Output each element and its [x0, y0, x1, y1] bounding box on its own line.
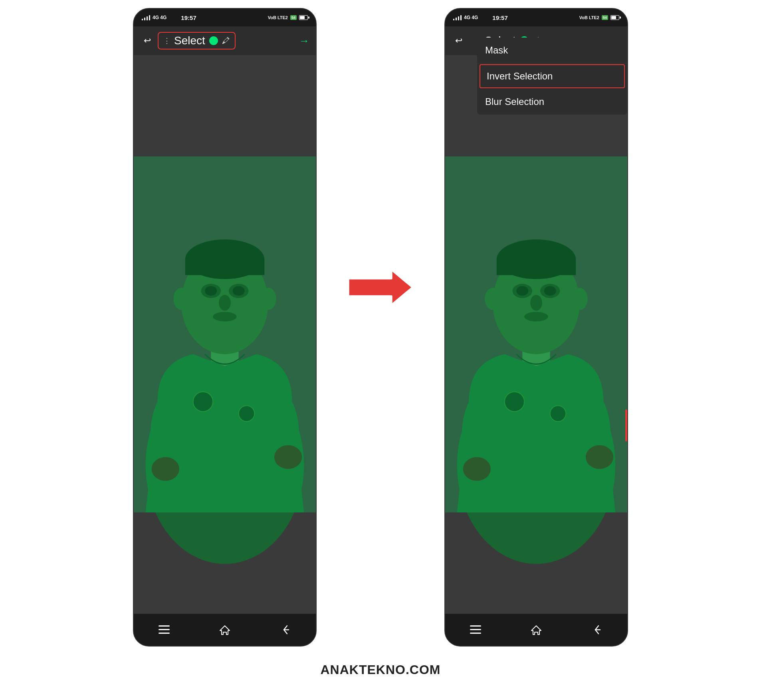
blur-selection-label: Blur Selection: [485, 96, 544, 107]
left-menu-icon: [159, 625, 170, 634]
svg-point-41: [586, 445, 613, 469]
right-arrow: [345, 263, 416, 311]
svg-rect-44: [470, 629, 481, 630]
battery-icon: [299, 15, 308, 20]
signal-bar-2: [144, 18, 145, 20]
left-select-area[interactable]: ⋮ Select 🖍: [158, 32, 236, 49]
right-signal-bar-3: [458, 16, 459, 20]
right-signal-bars: [453, 15, 462, 20]
left-time: 19:57: [181, 14, 196, 21]
svg-rect-20: [159, 629, 170, 630]
svg-rect-21: [159, 633, 170, 634]
left-toolbar-left: ↩ ⋮ Select 🖍: [140, 32, 236, 49]
svg-marker-22: [348, 269, 413, 305]
left-dots-icon: ⋮: [163, 36, 170, 45]
right-phone-content: [445, 55, 627, 614]
website-label: ANAKTEKNO.COM: [321, 662, 441, 677]
right-undo-button[interactable]: ↩: [452, 34, 466, 48]
right-menu-icon: [470, 625, 481, 634]
left-undo-button[interactable]: ↩: [140, 34, 155, 48]
left-signal-label: 4G 4G: [153, 15, 166, 20]
dropdown-mask-item[interactable]: Mask: [477, 38, 627, 63]
right-status-right: VoB LTE2 54: [579, 15, 619, 20]
left-back-button[interactable]: [275, 620, 295, 640]
left-back-icon: [280, 624, 291, 635]
left-home-button[interactable]: [215, 620, 235, 640]
right-lte-badge: 54: [602, 15, 608, 20]
left-home-icon: [219, 624, 230, 635]
right-dropdown-menu: Mask Invert Selection Blur Selection: [477, 38, 627, 115]
left-phone: 4G 4G 19:57 VoB LTE2 54 ↩ ⋮ Select 🖍: [133, 8, 317, 647]
right-signal-bar-1: [453, 19, 454, 20]
left-select-label: Select: [174, 34, 205, 47]
signal-bars: [142, 15, 150, 20]
svg-point-18: [274, 445, 302, 469]
left-bottom-nav: [134, 614, 316, 646]
left-eraser-icon[interactable]: 🖍: [222, 36, 230, 45]
lte-badge: 54: [290, 15, 297, 20]
left-forward-button[interactable]: →: [299, 35, 309, 47]
right-status-left: 4G 4G 19:57: [453, 14, 508, 21]
right-network: VoB LTE2: [579, 15, 599, 20]
left-person-image: [134, 55, 316, 614]
signal-bar-4: [149, 15, 150, 20]
svg-point-40: [463, 457, 491, 481]
svg-rect-43: [470, 625, 481, 627]
status-left: 4G 4G 19:57: [142, 14, 196, 21]
right-battery-icon: [610, 15, 619, 20]
right-time: 19:57: [492, 14, 507, 21]
right-home-icon: [531, 624, 542, 635]
svg-rect-45: [470, 633, 481, 634]
right-signal-label: 4G 4G: [464, 15, 478, 20]
right-status-bar: 4G 4G 19:57 VoB LTE2 54: [445, 9, 627, 26]
right-phone: 4G 4G 19:57 VoB LTE2 54 ↩ ⋮ Select 🖍: [444, 8, 628, 647]
arrow-container: [341, 263, 420, 311]
right-person-image: [445, 55, 627, 614]
right-signal-bar-4: [460, 15, 462, 20]
mask-label: Mask: [485, 45, 508, 55]
right-menu-button[interactable]: [466, 620, 486, 640]
left-toolbar: ↩ ⋮ Select 🖍 →: [134, 26, 316, 55]
right-signal-bar-2: [456, 18, 457, 20]
dropdown-blur-item[interactable]: Blur Selection: [477, 89, 627, 115]
invert-selection-label: Invert Selection: [487, 71, 553, 81]
svg-point-17: [152, 457, 179, 481]
main-container: 4G 4G 19:57 VoB LTE2 54 ↩ ⋮ Select 🖍: [0, 0, 761, 655]
right-back-button[interactable]: [587, 620, 607, 640]
signal-bar-1: [142, 19, 143, 20]
svg-rect-42: [625, 409, 627, 441]
left-network: VoB LTE2: [268, 15, 288, 20]
right-bottom-nav: [445, 614, 627, 646]
right-battery-fill: [611, 16, 616, 19]
left-green-dot: [209, 36, 218, 45]
left-status-bar: 4G 4G 19:57 VoB LTE2 54: [134, 9, 316, 26]
battery-fill: [300, 16, 305, 19]
svg-rect-19: [159, 625, 170, 627]
left-menu-button[interactable]: [154, 620, 174, 640]
right-home-button[interactable]: [526, 620, 546, 640]
left-phone-content: [134, 55, 316, 614]
dropdown-invert-item[interactable]: Invert Selection: [480, 64, 625, 88]
signal-bar-3: [147, 16, 148, 20]
status-right: VoB LTE2 54: [268, 15, 308, 20]
right-back-icon: [591, 624, 602, 635]
